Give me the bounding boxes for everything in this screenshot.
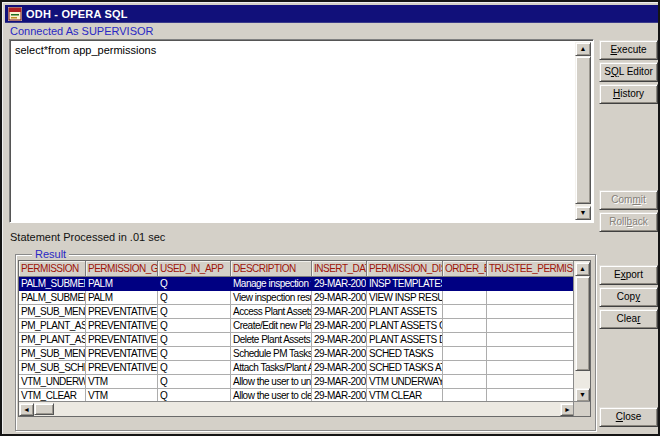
table-cell[interactable] xyxy=(487,375,575,389)
table-cell[interactable]: 29-MAR-2002 xyxy=(312,347,367,361)
table-cell[interactable]: 29-MAR-2002 xyxy=(312,305,367,319)
table-row[interactable]: PALM_SUBMENU_INSPALMQManage inspection t… xyxy=(19,277,590,291)
clear-button[interactable]: Clear xyxy=(599,309,658,329)
scroll-left-icon[interactable]: ◄ xyxy=(19,403,34,416)
table-cell[interactable]: 29-MAR-2002 xyxy=(312,291,367,305)
table-cell[interactable]: Q xyxy=(158,361,231,375)
table-cell[interactable] xyxy=(443,305,487,319)
table-cell[interactable]: Allow the user to un xyxy=(231,375,312,389)
table-cell[interactable]: PREVENTATIVE MAIN xyxy=(86,319,158,333)
table-cell[interactable]: PALM_SUBMENU_INS xyxy=(19,277,86,291)
table-cell[interactable]: 29-MAR-2002 xyxy=(312,375,367,389)
commit-button[interactable]: Commit xyxy=(599,190,658,210)
column-header: PERMISSION_GROUP xyxy=(86,261,158,277)
table-cell[interactable]: View inspection resu xyxy=(231,291,312,305)
table-cell[interactable]: VIEW INSP RESULTS xyxy=(367,291,443,305)
table-cell[interactable]: Q xyxy=(158,305,231,319)
table-cell[interactable]: 29-MAR-2002 xyxy=(312,319,367,333)
table-cell[interactable]: Q xyxy=(158,319,231,333)
table-cell[interactable] xyxy=(443,375,487,389)
table-cell[interactable]: Q xyxy=(158,277,231,291)
table-cell[interactable] xyxy=(487,277,575,291)
execute-sql-button[interactable]: Execute SQL xyxy=(599,40,658,60)
scrollbar-thumb[interactable] xyxy=(575,56,591,204)
table-cell[interactable]: Schedule PM Tasks xyxy=(231,347,312,361)
table-cell[interactable]: SCHED TASKS xyxy=(367,347,443,361)
export-button[interactable]: Export xyxy=(599,265,658,285)
rollback-button[interactable]: Rollback xyxy=(599,212,658,232)
copy-button[interactable]: Copy xyxy=(599,287,658,307)
scroll-down-icon[interactable]: ▼ xyxy=(575,388,590,402)
table-cell[interactable] xyxy=(443,347,487,361)
table-cell[interactable]: Q xyxy=(158,291,231,305)
table-cell[interactable] xyxy=(487,347,575,361)
table-cell[interactable]: Manage inspection te xyxy=(231,277,312,291)
window-title: ODH - OPERA SQL xyxy=(26,8,128,20)
table-cell[interactable]: PREVENTATIVE MAIN xyxy=(86,347,158,361)
table-cell[interactable]: Q xyxy=(158,333,231,347)
table-cell[interactable]: PALM xyxy=(86,291,158,305)
table-cell[interactable] xyxy=(487,333,575,347)
results-grid[interactable]: PERMISSIONPERMISSION_GROUPUSED_IN_APPDES… xyxy=(18,260,591,417)
table-cell[interactable]: PLANT ASSETS DEL xyxy=(367,333,443,347)
table-cell[interactable]: PLANT ASSETS xyxy=(367,305,443,319)
sql-query-text[interactable]: select*from app_permissions xyxy=(15,44,573,56)
scroll-up-icon[interactable]: ▲ xyxy=(575,42,591,56)
table-cell[interactable] xyxy=(487,361,575,375)
grid-body[interactable]: PALM_SUBMENU_INSPALMQManage inspection t… xyxy=(19,277,590,403)
table-cell[interactable] xyxy=(443,291,487,305)
table-row[interactable]: PALM_SUBMENU_VIEPALMQView inspection res… xyxy=(19,291,590,305)
table-cell[interactable]: PM_PLANT_ASSETS xyxy=(19,319,86,333)
scrollbar-thumb[interactable] xyxy=(34,403,54,415)
history-button[interactable]: History xyxy=(599,84,658,104)
table-cell[interactable]: Attach Tasks/Plant A xyxy=(231,361,312,375)
table-row[interactable]: PM_PLANT_ASSETSPREVENTATIVE MAINQCreate/… xyxy=(19,319,590,333)
table-cell[interactable]: PALM_SUBMENU_VIE xyxy=(19,291,86,305)
table-row[interactable]: PM_SUB_MENU_PLAPREVENTATIVE MAINQAccess … xyxy=(19,305,590,319)
table-cell[interactable]: PM_SUB_SCHED_TA xyxy=(19,361,86,375)
table-cell[interactable]: PLANT ASSETS CRE xyxy=(367,319,443,333)
table-cell[interactable]: VTM_UNDERWAY xyxy=(19,375,86,389)
table-cell[interactable] xyxy=(443,361,487,375)
table-cell[interactable]: PALM xyxy=(86,277,158,291)
table-cell[interactable] xyxy=(443,277,487,291)
table-cell[interactable] xyxy=(443,319,487,333)
table-cell[interactable]: SCHED TASKS ATTA xyxy=(367,361,443,375)
table-cell[interactable]: Create/Edit new Plan xyxy=(231,319,312,333)
table-cell[interactable]: PREVENTATIVE MAIN xyxy=(86,333,158,347)
sql-vertical-scrollbar[interactable]: ▲ ▼ xyxy=(575,42,591,220)
title-bar[interactable]: ODH - OPERA SQL xyxy=(5,5,659,23)
table-cell[interactable] xyxy=(487,305,575,319)
table-cell[interactable]: INSP TEMPLATES xyxy=(367,277,443,291)
table-cell[interactable]: VTM xyxy=(86,375,158,389)
sql-query-textarea[interactable]: select*from app_permissions ▲ ▼ xyxy=(9,39,594,223)
table-cell[interactable]: PREVENTATIVE MAIN xyxy=(86,305,158,319)
table-row[interactable]: VTM_UNDERWAYVTMQAllow the user to un29-M… xyxy=(19,375,590,389)
table-row[interactable]: PM_PLANT_ASSETSPREVENTATIVE MAINQDelete … xyxy=(19,333,590,347)
table-cell[interactable]: PM_SUB_MENU_SCH xyxy=(19,347,86,361)
close-button[interactable]: Close xyxy=(599,407,658,427)
grid-horizontal-scrollbar[interactable]: ◄ ► xyxy=(19,401,575,416)
table-cell[interactable] xyxy=(487,319,575,333)
table-cell[interactable]: PM_PLANT_ASSETS xyxy=(19,333,86,347)
table-cell[interactable]: Access Plant Assets xyxy=(231,305,312,319)
table-cell[interactable] xyxy=(487,291,575,305)
table-cell[interactable]: 29-MAR-2002 xyxy=(312,333,367,347)
table-cell[interactable]: VTM UNDERWAY xyxy=(367,375,443,389)
grid-vertical-scrollbar[interactable]: ▲ ▼ xyxy=(573,261,590,403)
table-cell[interactable]: Q xyxy=(158,347,231,361)
table-cell[interactable]: Q xyxy=(158,375,231,389)
table-cell[interactable]: 29-MAR-2002 xyxy=(312,361,367,375)
table-cell[interactable]: PREVENTATIVE MAIN xyxy=(86,361,158,375)
scroll-up-icon[interactable]: ▲ xyxy=(575,262,590,276)
table-cell[interactable]: 29-MAR-2002 xyxy=(312,277,367,291)
sql-editor-button[interactable]: SQL Editor xyxy=(599,62,658,82)
scroll-down-icon[interactable]: ▼ xyxy=(575,206,591,220)
column-header: DESCRIPTION xyxy=(231,261,312,277)
scrollbar-thumb[interactable] xyxy=(575,276,590,371)
table-cell[interactable] xyxy=(443,333,487,347)
table-cell[interactable]: Delete Plant Assets xyxy=(231,333,312,347)
table-row[interactable]: PM_SUB_SCHED_TAPREVENTATIVE MAINQAttach … xyxy=(19,361,590,375)
table-row[interactable]: PM_SUB_MENU_SCHPREVENTATIVE MAINQSchedul… xyxy=(19,347,590,361)
table-cell[interactable]: PM_SUB_MENU_PLA xyxy=(19,305,86,319)
